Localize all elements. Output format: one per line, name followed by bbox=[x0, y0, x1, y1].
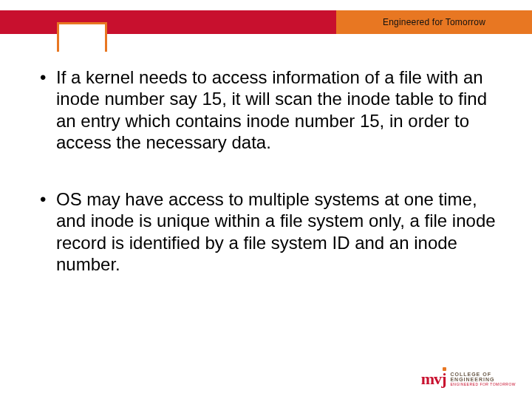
slide: Engineered for Tomorrow If a kernel need… bbox=[0, 0, 532, 399]
bullet-item: OS may have access to multiple systems a… bbox=[37, 188, 502, 275]
logo-line1: COLLEGE OF bbox=[450, 372, 516, 377]
logo-mark-text: mv bbox=[421, 369, 441, 388]
content-area: If a kernel needs to access information … bbox=[37, 66, 502, 310]
logo-line3: ENGINEERED FOR TOMORROW bbox=[450, 383, 516, 386]
footer-logo: mvj COLLEGE OF ENGINEERING ENGINEERED FO… bbox=[421, 369, 516, 389]
logo-line2: ENGINEERING bbox=[450, 377, 516, 382]
logo-mark-j: j bbox=[441, 369, 446, 389]
header-notch-inner bbox=[59, 24, 105, 52]
header-band-red bbox=[0, 10, 336, 34]
bullet-list: If a kernel needs to access information … bbox=[37, 66, 502, 275]
logo-mark-icon: mvj bbox=[421, 369, 446, 389]
logo-text-block: COLLEGE OF ENGINEERING ENGINEERED FOR TO… bbox=[450, 372, 516, 386]
bullet-item: If a kernel needs to access information … bbox=[37, 66, 502, 153]
header-tagline: Engineered for Tomorrow bbox=[336, 10, 532, 34]
